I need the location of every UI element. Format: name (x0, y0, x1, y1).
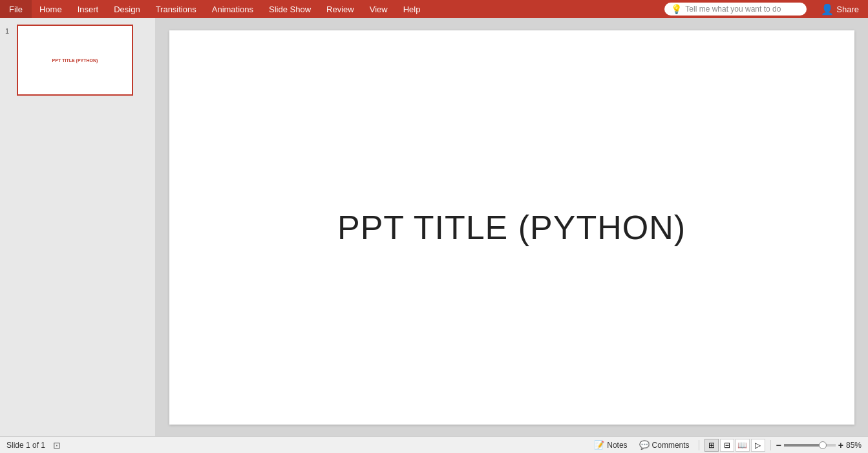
separator-1 (699, 440, 699, 450)
zoom-slider-thumb (819, 441, 827, 449)
share-label: Share (836, 5, 859, 14)
slides-panel: 1 PPT TITLE (PYTHON) (0, 18, 155, 436)
main-area: 1 PPT TITLE (PYTHON) PPT TITLE (PYTHON) (0, 18, 868, 436)
menu-view[interactable]: View (362, 0, 396, 18)
share-button[interactable]: 👤 Share (812, 0, 868, 18)
tell-me-bar[interactable]: 💡 Tell me what you want to do (664, 3, 807, 16)
lightbulb-icon: 💡 (671, 4, 682, 14)
menu-slideshow[interactable]: Slide Show (261, 0, 319, 18)
zoom-slider[interactable] (784, 444, 836, 447)
view-buttons: ⊞ ⊟ 📖 ▷ (704, 439, 765, 452)
menu-insert[interactable]: Insert (70, 0, 107, 18)
menu-help[interactable]: Help (396, 0, 429, 18)
slide-number-1: 1 (5, 25, 13, 35)
zoom-out-button[interactable]: − (776, 440, 781, 450)
menu-file[interactable]: File (0, 0, 32, 18)
status-right: 📝 Notes 💬 Comments ⊞ ⊟ 📖 ▷ − + 85% (590, 439, 862, 452)
slide-thumbnail-1[interactable]: PPT TITLE (PYTHON) (17, 25, 133, 96)
slideshow-view-button[interactable]: ▷ (751, 439, 765, 452)
slide-info: Slide 1 of 1 (6, 441, 45, 450)
user-icon: 👤 (821, 3, 834, 16)
slide-sorter-button[interactable]: ⊟ (720, 439, 734, 452)
menu-review[interactable]: Review (319, 0, 362, 18)
notes-button[interactable]: 📝 Notes (590, 440, 631, 450)
menu-animations[interactable]: Animations (204, 0, 261, 18)
reading-view-button[interactable]: 📖 (736, 439, 750, 452)
menu-transitions[interactable]: Transitions (148, 0, 204, 18)
notes-label: Notes (607, 441, 627, 450)
normal-view-button[interactable]: ⊞ (704, 439, 719, 452)
comments-label: Comments (652, 441, 690, 450)
fit-slide-icon[interactable]: ⊡ (50, 439, 63, 452)
comments-icon: 💬 (639, 440, 650, 450)
zoom-controls: − + 85% (776, 440, 862, 450)
zoom-percent[interactable]: 85% (846, 441, 862, 450)
slide-canvas[interactable]: PPT TITLE (PYTHON) (169, 30, 854, 425)
notes-icon: 📝 (594, 440, 604, 450)
slide-thumb-wrapper-1: 1 PPT TITLE (PYTHON) (5, 25, 150, 96)
zoom-slider-track (784, 444, 823, 447)
zoom-in-button[interactable]: + (838, 440, 843, 450)
canvas-area: PPT TITLE (PYTHON) (155, 18, 868, 436)
comments-button[interactable]: 💬 Comments (635, 440, 693, 450)
slide-main-title[interactable]: PPT TITLE (PYTHON) (337, 208, 686, 247)
menu-design[interactable]: Design (106, 0, 147, 18)
separator-2 (770, 440, 771, 450)
slide-thumb-title-1: PPT TITLE (PYTHON) (52, 58, 98, 63)
tell-me-text: Tell me what you want to do (685, 5, 781, 14)
status-left: Slide 1 of 1 ⊡ (6, 439, 585, 452)
status-bar: Slide 1 of 1 ⊡ 📝 Notes 💬 Comments ⊞ ⊟ 📖 … (0, 436, 868, 453)
menu-home[interactable]: Home (32, 0, 70, 18)
menu-bar: File Home Insert Design Transitions Anim… (0, 0, 868, 18)
